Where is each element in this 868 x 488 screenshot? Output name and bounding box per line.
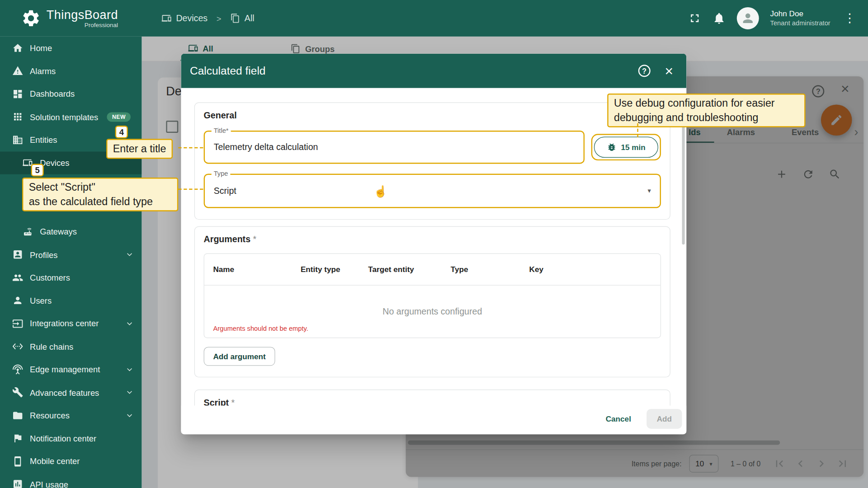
warning-icon [12, 66, 23, 76]
chart-icon [12, 479, 23, 488]
caret-down-icon: ▾ [648, 187, 651, 195]
bug-icon [607, 142, 617, 152]
chevron-down-icon [125, 411, 134, 420]
arguments-table-empty-state: No arguments configured Arguments should… [204, 286, 660, 338]
tutorial-hint-title: Enter a title [106, 139, 173, 159]
debug-settings-button[interactable]: 15 min [594, 136, 658, 158]
new-badge: NEW [107, 112, 131, 122]
sidebar-item-dashboards[interactable]: Dashboards [0, 82, 142, 105]
arguments-table-header: Name Entity type Target entity Type Key [204, 254, 660, 286]
section-heading-arguments: Arguments * [204, 235, 661, 244]
arguments-section: Arguments * Name Entity type Target enti… [194, 226, 670, 377]
apps-grid-icon [12, 111, 23, 122]
breadcrumb-all[interactable]: All [230, 13, 255, 23]
app: ThingsBoard Professional Devices > All J… [0, 0, 868, 488]
user-info: John Doe Tenant administrator [770, 9, 830, 28]
tutorial-hint-debug: Use debug configuration for easier debug… [607, 94, 805, 127]
brand-subtitle: Professional [85, 21, 118, 28]
sidebar-item-customers[interactable]: Customers [0, 266, 142, 289]
column-type: Type [451, 265, 529, 274]
sidebar-item-integrations-center[interactable]: Integrations center [0, 312, 142, 335]
sidebar-item-alarms[interactable]: Alarms [0, 60, 142, 83]
hint-connector-type [178, 189, 203, 190]
sidebar-item-users[interactable]: Users [0, 289, 142, 312]
sidebar-item-profiles[interactable]: Profiles [0, 243, 142, 266]
cancel-button[interactable]: Cancel [597, 409, 640, 429]
debug-label: 15 min [621, 143, 645, 152]
sidebar-item-edge-management[interactable]: Edge management [0, 358, 142, 381]
antenna-icon [12, 364, 23, 375]
sidebar-item-api-usage[interactable]: API usage [0, 473, 142, 488]
column-key: Key [529, 265, 652, 274]
smartphone-icon [12, 456, 23, 467]
breadcrumb-separator-icon: > [217, 14, 222, 23]
type-label: Type [212, 170, 231, 178]
empty-state-text: No arguments configured [382, 306, 482, 316]
column-target-entity: Target entity [368, 265, 450, 274]
dialog-body: General Title* Telemetry delta calculati… [181, 88, 686, 408]
general-section: General Title* Telemetry delta calculati… [194, 103, 670, 220]
title-input[interactable]: Title* Telemetry delta calculation [204, 131, 585, 164]
sidebar-item-notification-center[interactable]: Notification center [0, 427, 142, 450]
fullscreen-icon[interactable] [688, 12, 701, 25]
hint-connector-debug [637, 123, 638, 137]
title-label: Title* [212, 127, 231, 134]
sidebar-item-resources[interactable]: Resources [0, 404, 142, 427]
brand-name: ThingsBoard [47, 9, 118, 21]
person-icon [12, 295, 23, 306]
flag-icon [12, 433, 23, 444]
sidebar-item-rule-chains[interactable]: Rule chains [0, 335, 142, 358]
sidebar: Home Alarms Dashboards Solution template… [0, 37, 142, 488]
brand: ThingsBoard Professional [0, 8, 142, 28]
chevron-down-icon [125, 365, 134, 374]
arguments-table: Name Entity type Target entity Type Key … [204, 253, 661, 338]
topbar-actions: John Doe Tenant administrator ⋮ [688, 7, 868, 29]
entities-icon [12, 134, 23, 145]
profile-card-icon [12, 249, 23, 260]
notifications-bell-icon[interactable] [712, 12, 726, 25]
type-select[interactable]: Type Script ▾ ☝ [204, 174, 661, 208]
dialog-help-icon[interactable]: ? [638, 65, 651, 77]
add-argument-button[interactable]: Add argument [204, 347, 275, 366]
dialog-header: Calculated field ? × [181, 54, 686, 88]
breadcrumb-devices[interactable]: Devices [162, 13, 208, 23]
dialog-close-icon[interactable]: × [665, 64, 673, 78]
top-header: ThingsBoard Professional Devices > All J… [0, 0, 868, 37]
thingsboard-logo-icon [21, 8, 41, 28]
dialog-title: Calculated field [190, 65, 638, 77]
sidebar-item-home[interactable]: Home [0, 37, 142, 60]
dashboard-icon [12, 89, 23, 99]
sidebar-item-advanced-features[interactable]: Advanced features [0, 381, 142, 404]
tutorial-hint-type: Select "Script" as the calculated field … [22, 178, 178, 211]
user-role: Tenant administrator [770, 19, 830, 28]
add-button[interactable]: Add [646, 409, 682, 429]
debug-highlight-ring: 15 min [591, 134, 661, 160]
chevron-down-icon [125, 250, 134, 259]
tutorial-step-5-badge: 5 [31, 164, 44, 176]
sidebar-item-gateways[interactable]: Gateways [0, 220, 142, 243]
sidebar-item-solution-templates[interactable]: Solution templates NEW [0, 105, 142, 128]
devices-icon [162, 13, 172, 23]
kebab-menu-icon[interactable]: ⋮ [841, 11, 858, 25]
breadcrumb-label: Devices [176, 13, 208, 23]
script-section: Script * [194, 389, 670, 408]
group-icon [230, 13, 240, 23]
avatar[interactable] [737, 7, 759, 29]
section-heading-general: General [204, 111, 661, 121]
tutorial-step-4-badge: 4 [115, 126, 128, 138]
sidebar-item-mobile-center[interactable]: Mobile center [0, 450, 142, 473]
column-name: Name [213, 265, 300, 274]
title-value: Telemetry delta calculation [205, 131, 583, 163]
dialog-footer: Cancel Add [181, 406, 686, 435]
rule-chain-icon [12, 341, 23, 352]
breadcrumb-label: All [245, 13, 255, 23]
column-entity-type: Entity type [301, 265, 368, 274]
cursor-pointer-icon: ☝ [374, 185, 388, 198]
chevron-down-icon [125, 388, 134, 397]
breadcrumb: Devices > All [162, 13, 255, 23]
people-icon [12, 272, 23, 283]
type-value: Script [205, 175, 660, 207]
validation-error: Arguments should not be empty. [213, 325, 308, 333]
home-icon [12, 42, 23, 53]
hint-connector-title [178, 147, 203, 148]
